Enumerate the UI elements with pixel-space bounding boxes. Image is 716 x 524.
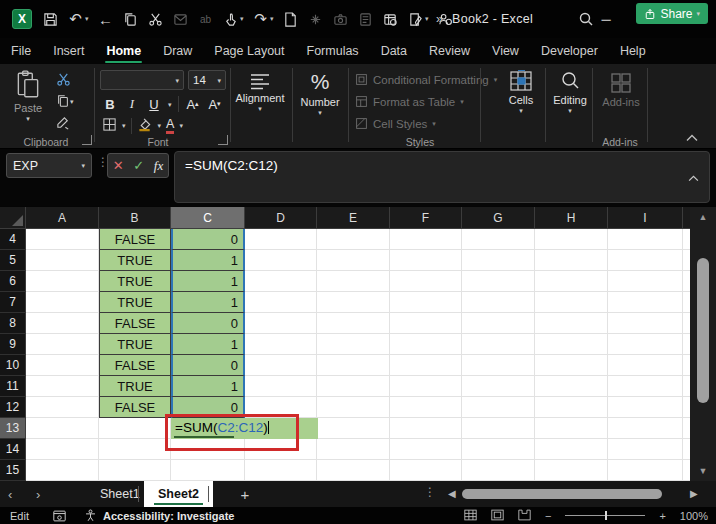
cell-I13[interactable] [608, 418, 683, 439]
cell-C9[interactable]: 1 [171, 334, 245, 355]
cell-G9[interactable] [462, 334, 535, 355]
clipboard-dialog-launcher-icon[interactable] [82, 135, 92, 145]
cell-G8[interactable] [462, 313, 535, 334]
cell-G11[interactable] [462, 376, 535, 397]
tab-bar-grip-icon[interactable]: ⋮ [424, 485, 436, 499]
row-header-7[interactable]: 7 [0, 292, 26, 313]
cell-C8[interactable]: 0 [171, 313, 245, 334]
cell-E14[interactable] [317, 439, 390, 460]
row-header-6[interactable]: 6 [0, 271, 26, 292]
cell-D6[interactable] [245, 271, 317, 292]
cell-I8[interactable] [608, 313, 683, 334]
row-header-10[interactable]: 10 [0, 355, 26, 376]
cell-B13[interactable] [99, 418, 171, 439]
cell-G7[interactable] [462, 292, 535, 313]
macro-record-icon[interactable] [53, 510, 66, 522]
name-box[interactable]: EXP ▾ [6, 153, 92, 178]
minimize-button[interactable]: ─ [584, 0, 628, 38]
fill-color-button[interactable] [137, 117, 153, 134]
column-header-B[interactable]: B [99, 207, 171, 229]
cell-G5[interactable] [462, 250, 535, 271]
cell-B7[interactable]: TRUE [99, 292, 171, 313]
number-button[interactable]: % Number ▾ [294, 70, 346, 115]
ribbon-tab-developer[interactable]: Developer [530, 38, 609, 64]
column-header-D[interactable]: D [245, 207, 317, 229]
ribbon-tab-insert[interactable]: Insert [42, 38, 95, 64]
ribbon-tab-home[interactable]: Home [95, 38, 152, 64]
zoom-slider-thumb[interactable] [605, 511, 607, 520]
copy-button[interactable]: ▾ [56, 94, 74, 108]
select-all-corner[interactable] [0, 207, 26, 229]
font-dialog-launcher-icon[interactable] [218, 135, 228, 145]
row-header-13[interactable]: 13 [0, 418, 26, 439]
cell-I4[interactable] [608, 229, 683, 250]
zoom-out-icon[interactable]: − [545, 510, 551, 522]
cell-E8[interactable] [317, 313, 390, 334]
ribbon-tab-data[interactable]: Data [370, 38, 418, 64]
cell-E11[interactable] [317, 376, 390, 397]
row-header-8[interactable]: 8 [0, 313, 26, 334]
cell-I7[interactable] [608, 292, 683, 313]
increase-font-button[interactable]: A▴ [185, 95, 201, 113]
cell-A6[interactable] [26, 271, 99, 292]
fill-color-chevron-icon[interactable]: ▾ [158, 123, 162, 128]
font-color-button[interactable]: A [166, 118, 174, 134]
cell-B10[interactable]: FALSE [99, 355, 171, 376]
cell-I14[interactable] [608, 439, 683, 460]
hscroll-right-icon[interactable]: ▶ [690, 488, 698, 499]
form-tool-chevron-icon[interactable]: ▾ [425, 15, 433, 23]
cell-E5[interactable] [317, 250, 390, 271]
cut-button[interactable] [56, 72, 71, 89]
cell-F12[interactable] [390, 397, 462, 418]
row-header-15[interactable]: 15 [0, 460, 26, 481]
row-header-11[interactable]: 11 [0, 376, 26, 397]
cell-B9[interactable]: TRUE [99, 334, 171, 355]
cell-H8[interactable] [535, 313, 608, 334]
copy-icon[interactable] [118, 6, 143, 32]
borders-button[interactable] [102, 117, 117, 134]
cell-A9[interactable] [26, 334, 99, 355]
accessibility-icon[interactable] [84, 509, 97, 522]
cell-D7[interactable] [245, 292, 317, 313]
zoom-slider[interactable] [565, 515, 645, 516]
ribbon-tab-help[interactable]: Help [609, 38, 657, 64]
back-arrow-icon[interactable]: ← [93, 6, 118, 32]
cell-A15[interactable] [26, 460, 99, 481]
cell-D4[interactable] [245, 229, 317, 250]
page-break-view-icon[interactable] [518, 509, 531, 523]
collapse-ribbon-icon[interactable] [686, 132, 698, 144]
cell-H4[interactable] [535, 229, 608, 250]
touch-mode-chevron-icon[interactable]: ▾ [240, 15, 248, 23]
cell-C11[interactable]: 1 [171, 376, 245, 397]
cell-I5[interactable] [608, 250, 683, 271]
cell-F10[interactable] [390, 355, 462, 376]
cell-E4[interactable] [317, 229, 390, 250]
cut-icon[interactable] [143, 6, 168, 32]
cell-E15[interactable] [317, 460, 390, 481]
cell-F13[interactable] [390, 418, 462, 439]
prev-sheet-icon[interactable]: ‹ [8, 481, 12, 507]
cell-G10[interactable] [462, 355, 535, 376]
cell-D5[interactable] [245, 250, 317, 271]
view-macros-icon[interactable] [378, 6, 403, 32]
cell-B6[interactable]: TRUE [99, 271, 171, 292]
qat-overflow-icon[interactable]: » [436, 0, 443, 38]
cell-B12[interactable]: FALSE [99, 397, 171, 418]
column-header-C[interactable]: C [171, 207, 245, 229]
cell-H15[interactable] [535, 460, 608, 481]
save-icon[interactable] [38, 6, 63, 32]
bold-button[interactable]: B [102, 95, 118, 113]
ribbon-tab-formulas[interactable]: Formulas [296, 38, 370, 64]
row-header-12[interactable]: 12 [0, 397, 26, 418]
paste-button[interactable]: Paste ▾ [14, 70, 42, 121]
cell-F15[interactable] [390, 460, 462, 481]
undo-chevron-icon[interactable]: ▾ [85, 15, 93, 23]
ribbon-tab-draw[interactable]: Draw [152, 38, 203, 64]
cell-H9[interactable] [535, 334, 608, 355]
cancel-formula-icon[interactable]: ✕ [113, 158, 124, 173]
cell-G4[interactable] [462, 229, 535, 250]
share-button[interactable]: Share ▾ [636, 3, 708, 24]
underline-chevron-icon[interactable]: ▾ [168, 102, 172, 107]
cell-F4[interactable] [390, 229, 462, 250]
enter-formula-icon[interactable]: ✓ [133, 158, 144, 173]
